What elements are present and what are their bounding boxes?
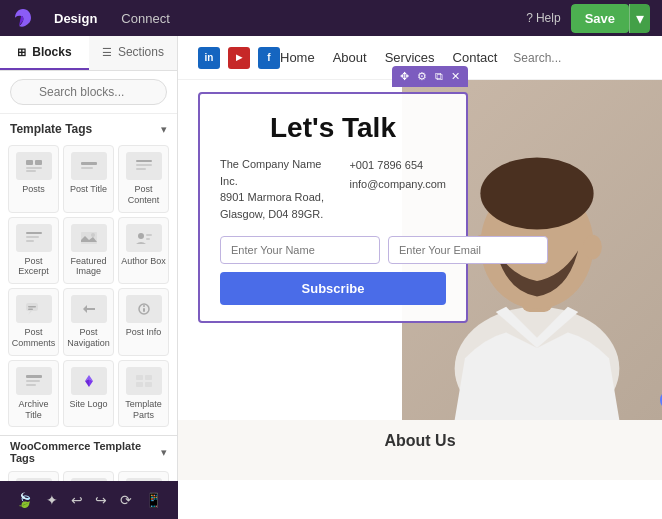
bottom-toolbar: 🍃 ✦ ↩ ↪ ⟳ 📱: [0, 481, 178, 519]
below-section: About Us: [178, 420, 662, 480]
main-layout: ⊞ Blocks ☰ Sections 🔍 Template Tags ▾: [0, 36, 662, 519]
contact-details: +001 7896 654 info@company.com: [349, 156, 446, 222]
contact-email: info@company.com: [349, 175, 446, 194]
woocommerce-toggle[interactable]: ▾: [161, 446, 167, 459]
tab-design[interactable]: Design: [44, 7, 107, 30]
canvas-area: in ▶ f Home About Services Contact: [178, 36, 662, 519]
svg-rect-28: [136, 382, 143, 387]
star-icon[interactable]: ✦: [46, 492, 58, 508]
email-input[interactable]: [388, 236, 548, 264]
block-template-parts[interactable]: Template Parts: [118, 360, 169, 428]
svg-rect-19: [28, 309, 33, 311]
woocommerce-header: WooCommerce Template Tags ▾: [0, 435, 177, 467]
svg-rect-8: [136, 168, 146, 170]
subscribe-button[interactable]: Subscribe: [220, 272, 446, 305]
block-post-excerpt-label: Post Excerpt: [11, 256, 56, 278]
leaf-icon[interactable]: 🍃: [16, 492, 33, 508]
social-icons: in ▶ f: [198, 47, 280, 69]
block-site-logo-label: Site Logo: [69, 399, 107, 410]
svg-point-51: [583, 235, 602, 260]
svg-point-13: [91, 233, 95, 237]
svg-rect-26: [136, 375, 143, 380]
save-dropdown-arrow[interactable]: ▾: [629, 4, 650, 33]
block-site-logo[interactable]: Site Logo: [63, 360, 114, 428]
block-post-info-label: Post Info: [126, 327, 162, 338]
block-template-parts-label: Template Parts: [121, 399, 166, 421]
nav-links: Home About Services Contact: [280, 50, 497, 65]
top-bar-tabs: Design Connect: [44, 7, 180, 30]
archive-title-icon: [16, 367, 52, 395]
contact-block: ✥ ⚙ ⧉ ✕ Let's Talk The Company Name Inc.…: [198, 92, 468, 323]
block-post-navigation[interactable]: Post Navigation: [63, 288, 114, 356]
posts-icon: [16, 152, 52, 180]
svg-rect-21: [143, 308, 145, 312]
nav-contact[interactable]: Contact: [453, 50, 498, 65]
help-link[interactable]: ? Help: [526, 11, 560, 25]
template-tags-toggle[interactable]: ▾: [161, 123, 167, 136]
tab-sections[interactable]: ☰ Sections: [89, 36, 178, 70]
youtube-icon[interactable]: ▶: [228, 47, 250, 69]
block-post-info[interactable]: Post Info: [118, 288, 169, 356]
blocks-icon: ⊞: [17, 46, 26, 58]
block-featured-image[interactable]: Featured Image: [63, 217, 114, 285]
search-input[interactable]: [10, 79, 167, 105]
svg-rect-5: [81, 167, 93, 169]
template-tags-header: Template Tags ▾: [0, 114, 177, 141]
author-box-icon: [126, 224, 162, 252]
linkedin-icon[interactable]: in: [198, 47, 220, 69]
save-btn-wrapper: Save ▾: [571, 4, 650, 33]
featured-image-icon: [71, 224, 107, 252]
facebook-label: f: [267, 52, 270, 63]
svg-rect-3: [26, 170, 36, 172]
block-posts-label: Posts: [22, 184, 45, 195]
post-comments-icon: [16, 295, 52, 323]
form-row: [220, 236, 446, 264]
sidebar: ⊞ Blocks ☰ Sections 🔍 Template Tags ▾: [0, 36, 178, 519]
facebook-icon[interactable]: f: [258, 47, 280, 69]
block-post-title[interactable]: Post Title: [63, 145, 114, 213]
svg-rect-10: [26, 236, 39, 238]
post-info-icon: [126, 295, 162, 323]
hero-section: ✥ ⚙ ⧉ ✕ Let's Talk The Company Name Inc.…: [178, 80, 662, 420]
post-excerpt-icon: [16, 224, 52, 252]
move-icon[interactable]: ✥: [397, 69, 412, 84]
nav-about[interactable]: About: [333, 50, 367, 65]
blocks-tab-label: Blocks: [32, 45, 71, 59]
svg-rect-1: [35, 160, 42, 165]
block-post-excerpt[interactable]: Post Excerpt: [8, 217, 59, 285]
svg-rect-9: [26, 232, 42, 234]
contact-info-row: The Company Name Inc. 8901 Marmora Road,…: [220, 156, 446, 222]
undo-icon[interactable]: ↩: [71, 492, 83, 508]
block-toolbar: ✥ ⚙ ⧉ ✕: [392, 66, 468, 87]
svg-rect-2: [26, 167, 42, 169]
block-post-comments[interactable]: Post Comments: [8, 288, 59, 356]
redo-icon[interactable]: ↪: [95, 492, 107, 508]
svg-rect-7: [136, 164, 152, 166]
delete-icon[interactable]: ✕: [448, 69, 463, 84]
block-archive-title[interactable]: Archive Title: [8, 360, 59, 428]
nav-search-input[interactable]: [513, 51, 662, 65]
tab-blocks[interactable]: ⊞ Blocks: [0, 36, 89, 70]
site-logo-icon: [71, 367, 107, 395]
svg-rect-23: [26, 375, 42, 378]
tab-connect[interactable]: Connect: [111, 7, 179, 30]
nav-services[interactable]: Services: [385, 50, 435, 65]
help-icon: ?: [526, 11, 533, 25]
mobile-icon[interactable]: 📱: [145, 492, 162, 508]
svg-point-49: [480, 158, 593, 230]
below-section-title: About Us: [198, 432, 642, 450]
block-post-content[interactable]: Post Content: [118, 145, 169, 213]
copy-icon[interactable]: ⧉: [432, 69, 446, 84]
svg-rect-6: [136, 160, 152, 162]
nav-home[interactable]: Home: [280, 50, 315, 65]
name-input[interactable]: [220, 236, 380, 264]
sidebar-wrapper: ⊞ Blocks ☰ Sections 🔍 Template Tags ▾: [0, 36, 178, 519]
woocommerce-title: WooCommerce Template Tags: [10, 440, 161, 464]
save-button[interactable]: Save: [571, 4, 629, 33]
sections-icon: ☰: [102, 46, 112, 58]
block-author-box[interactable]: Author Box: [118, 217, 169, 285]
refresh-icon[interactable]: ⟳: [120, 492, 132, 508]
block-posts[interactable]: Posts: [8, 145, 59, 213]
svg-point-14: [138, 233, 144, 239]
gear-icon[interactable]: ⚙: [414, 69, 430, 84]
